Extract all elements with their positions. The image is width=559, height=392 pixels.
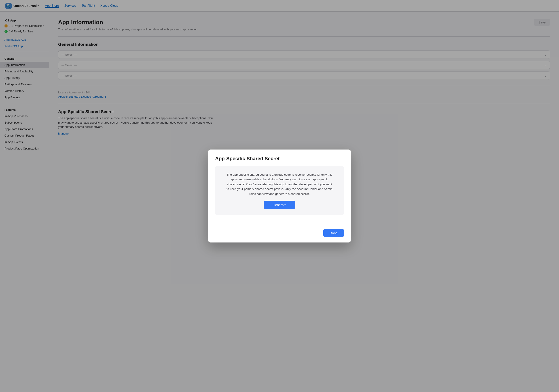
modal: App-Specific Shared Secret The app-speci… — [208, 149, 351, 243]
modal-info-box: The app-specific shared secret is a uniq… — [215, 166, 344, 215]
modal-overlay: App-Specific Shared Secret The app-speci… — [0, 0, 559, 392]
modal-footer: Done — [208, 225, 351, 243]
modal-header: App-Specific Shared Secret — [208, 149, 351, 166]
modal-info-text: The app-specific shared secret is a uniq… — [226, 172, 333, 196]
modal-body: The app-specific shared secret is a uniq… — [208, 166, 351, 225]
modal-title: App-Specific Shared Secret — [215, 156, 344, 162]
done-button[interactable]: Done — [323, 229, 344, 237]
generate-button[interactable]: Generate — [264, 201, 296, 209]
